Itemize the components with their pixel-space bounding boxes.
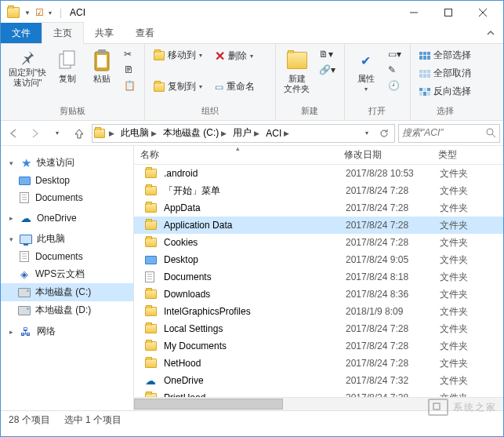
file-row[interactable]: 「开始」菜单2017/8/24 7:28文件夹	[134, 182, 503, 199]
selectnone-button[interactable]: 全部取消	[417, 65, 473, 82]
file-row[interactable]: Desktop2017/8/24 9:05文件夹	[134, 251, 503, 268]
file-row[interactable]: Documents2017/8/24 8:18文件夹	[134, 268, 503, 286]
forward-button[interactable]	[26, 124, 45, 143]
paste-button[interactable]: 粘贴	[87, 47, 117, 86]
sidebar-thispc[interactable]: ▾此电脑	[1, 230, 133, 248]
cut-button[interactable]: ✂	[121, 47, 138, 61]
selectall-label: 全部选择	[433, 49, 471, 62]
col-type[interactable]: 类型	[432, 148, 487, 162]
file-row[interactable]: AppData2017/8/24 7:28文件夹	[134, 199, 503, 217]
open-button[interactable]: ▭▾	[386, 47, 404, 61]
moveto-button[interactable]: 移动到▾	[151, 47, 208, 64]
recent-button[interactable]: ▾	[48, 124, 67, 143]
sidebar-documents2[interactable]: Documents	[1, 248, 133, 265]
sidebar-documents[interactable]: Documents	[1, 189, 133, 206]
rename-icon: ▭	[215, 82, 223, 93]
file-row[interactable]: My Documents2017/8/24 7:28文件夹	[134, 337, 503, 355]
delete-button[interactable]: ✕ 删除▾	[212, 47, 264, 65]
up-button[interactable]	[70, 124, 89, 143]
file-name: Desktop	[164, 254, 346, 265]
newitem-icon: 🗎▾	[319, 49, 333, 60]
file-row[interactable]: Downloads2017/8/24 8:36文件夹	[134, 286, 503, 303]
qat-caret-icon[interactable]: ▼	[24, 9, 31, 16]
delete-icon: ✕	[215, 49, 225, 64]
crumb-drive[interactable]: 本地磁盘 (C:)▶	[161, 126, 229, 140]
properties-icon: ✔	[354, 49, 378, 72]
properties-button[interactable]: ✔ 属性 ▾	[351, 47, 381, 94]
qat-checkbox-icon[interactable]: ☑	[35, 7, 44, 18]
sidebar: ▾★快速访问 Desktop Documents ▸☁OneDrive ▾此电脑…	[1, 146, 134, 410]
maximize-button[interactable]	[431, 2, 466, 24]
col-name[interactable]: 名称▴	[134, 148, 338, 162]
horizontal-scrollbar[interactable]	[134, 397, 503, 410]
file-row[interactable]: Local Settings2017/8/24 7:28文件夹	[134, 320, 503, 337]
ribbon-expand-button[interactable]	[478, 25, 503, 43]
pin-quickaccess-button[interactable]: 固定到"快 速访问"	[7, 47, 48, 89]
copy-button[interactable]: 复制	[53, 47, 82, 86]
file-row[interactable]: Cookies2017/8/24 7:28文件夹	[134, 234, 503, 251]
sidebar-wps[interactable]: ◈WPS云文档	[1, 265, 133, 283]
chevron-right-icon[interactable]: ▶	[109, 129, 114, 137]
pasteshortcut-button[interactable]: 📋	[121, 78, 138, 93]
file-list[interactable]: .android2017/8/28 10:53文件夹「开始」菜单2017/8/2…	[134, 165, 503, 397]
breadcrumb[interactable]: ▶ 此电脑▶ 本地磁盘 (C:)▶ 用户▶ ACI▶ ▾	[92, 124, 395, 143]
sidebar-network[interactable]: ▸🖧网络	[1, 322, 133, 340]
back-button[interactable]	[4, 124, 23, 143]
easyaccess-button[interactable]: 🔗▾	[317, 63, 338, 77]
file-icon	[145, 256, 159, 264]
svg-line-10	[492, 134, 495, 137]
qat-overflow-icon[interactable]: ▾	[49, 9, 52, 16]
edit-button[interactable]: ✎	[386, 63, 404, 77]
newitem-button[interactable]: 🗎▾	[317, 47, 338, 61]
tab-view[interactable]: 查看	[125, 23, 165, 43]
rename-button[interactable]: ▭ 重命名	[212, 78, 264, 95]
copy-label: 复制	[59, 74, 76, 84]
file-icon	[145, 203, 159, 213]
file-row[interactable]: IntelGraphicsProfiles2018/1/9 8:09文件夹	[134, 303, 503, 320]
tab-file[interactable]: 文件	[1, 23, 42, 43]
sidebar-quickaccess[interactable]: ▾★快速访问	[1, 154, 133, 172]
chevron-down-icon: ▾	[56, 129, 59, 137]
file-type: 文件夹	[440, 184, 495, 198]
sidebar-drived[interactable]: 本地磁盘 (D:)	[1, 301, 133, 319]
col-modified[interactable]: 修改日期	[338, 148, 432, 162]
file-date: 2017/8/24 7:28	[346, 323, 440, 334]
file-name: Downloads	[164, 289, 346, 300]
file-name: Cookies	[164, 237, 346, 248]
copyto-button[interactable]: 复制到▾	[151, 78, 208, 95]
file-row[interactable]: NetHood2017/8/24 7:28文件夹	[134, 355, 503, 372]
sidebar-desktop[interactable]: Desktop	[1, 172, 133, 189]
copypath-button[interactable]: 🖹	[121, 63, 138, 77]
history-icon: 🕘	[388, 80, 400, 91]
file-row[interactable]: PrintHood2017/8/24 7:28文件夹	[134, 389, 503, 397]
file-row[interactable]: Application Data2017/8/24 7:28文件夹	[134, 217, 503, 234]
history-button[interactable]: 🕘	[386, 78, 404, 93]
tab-home[interactable]: 主页	[42, 22, 84, 44]
minimize-button[interactable]	[397, 2, 431, 24]
crumb-aci[interactable]: ACI▶	[263, 128, 292, 139]
tab-share[interactable]: 共享	[84, 23, 125, 43]
invertselect-button[interactable]: 反向选择	[417, 83, 473, 100]
refresh-button[interactable]	[375, 125, 393, 142]
sort-indicator-icon: ▴	[236, 146, 240, 152]
paste-label: 粘贴	[93, 74, 111, 84]
crumb-users[interactable]: 用户▶	[230, 126, 262, 140]
file-icon	[145, 238, 159, 247]
sidebar-onedrive[interactable]: ▸☁OneDrive	[1, 209, 133, 227]
addr-dropdown-button[interactable]: ▾	[358, 125, 375, 142]
close-button[interactable]	[466, 2, 500, 24]
file-row[interactable]: .android2017/8/28 10:53文件夹	[134, 165, 503, 182]
newfolder-button[interactable]: 新建 文件夹	[282, 47, 312, 96]
crumb-thispc[interactable]: 此电脑▶	[118, 126, 159, 140]
properties-label: 属性	[357, 74, 375, 84]
scrollbar-thumb[interactable]	[134, 399, 283, 410]
svg-point-9	[487, 129, 493, 135]
search-input[interactable]: 搜索"ACI"	[398, 124, 500, 143]
wps-icon: ◈	[18, 268, 31, 281]
selectall-button[interactable]: 全部选择	[417, 47, 473, 64]
invert-label: 反向选择	[433, 85, 471, 98]
file-row[interactable]: ☁OneDrive2017/8/24 7:32文件夹	[134, 372, 503, 389]
file-date: 2017/8/24 7:28	[346, 202, 440, 213]
ribbon: 固定到"快 速访问" 复制 粘贴 ✂ 🖹 📋 剪贴板 移动到▾	[1, 44, 503, 121]
sidebar-drivec[interactable]: 本地磁盘 (C:)	[1, 283, 133, 301]
